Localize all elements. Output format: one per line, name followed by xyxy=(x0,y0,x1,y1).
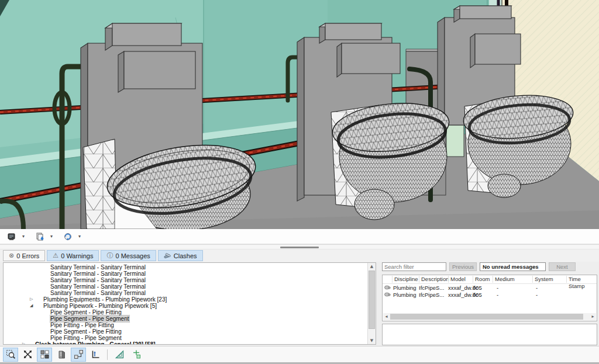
unread-message-status: No unread messages xyxy=(480,262,546,271)
tab-errors[interactable]: ⊗ 0 Errors xyxy=(3,250,45,261)
panel-splitter[interactable] xyxy=(0,244,599,249)
table-scrollbar[interactable]: ◂ ▸ xyxy=(383,313,596,320)
column-model[interactable]: Model xyxy=(448,276,474,283)
tree-row[interactable]: ▷Plumbing Equipments - Plumbing Pipework… xyxy=(4,296,354,303)
tree-row[interactable]: ◢Plumbing Pipework - Plumbing Pipework [… xyxy=(4,303,354,309)
column-room[interactable]: Room xyxy=(473,276,494,283)
cell-system: - xyxy=(536,285,538,291)
table-scrollbar-thumb[interactable] xyxy=(390,314,583,320)
sync-share-dropdown[interactable]: ▾ xyxy=(76,231,83,242)
tree-row[interactable]: Sanitary Terminal - Sanitary Terminal xyxy=(4,264,354,271)
clash-scene xyxy=(0,0,599,229)
tree-row-label: Sanitary Terminal - Sanitary Terminal xyxy=(50,283,146,290)
tree-row-label: Clash between Plumbing - General [29] [5… xyxy=(35,341,156,345)
table-header: Discipline Description Model Room Medium… xyxy=(383,275,597,284)
clash-detail-table: Discipline Description Model Room Medium… xyxy=(382,275,597,321)
measure-point-icon xyxy=(132,349,142,359)
tree-row[interactable]: Pipe Segment - Pipe Fitting xyxy=(4,309,354,316)
elevation-axis-icon xyxy=(91,349,101,359)
tree-row-label: Plumbing Equipments - Plumbing Pipework … xyxy=(43,296,167,303)
view-toolbar xyxy=(0,346,599,362)
scroll-right-icon[interactable]: ▸ xyxy=(590,313,596,320)
tree-row[interactable]: Pipe Segment - Pipe Fitting xyxy=(4,328,354,335)
warning-icon: ⚠ xyxy=(53,252,58,259)
tab-messages-label: 0 Messages xyxy=(115,252,150,259)
building-view-icon xyxy=(57,349,67,359)
cell-system: - xyxy=(536,292,538,298)
tree-scrollbar-thumb[interactable] xyxy=(369,271,375,329)
building-view-button[interactable] xyxy=(54,348,69,362)
set-square-button[interactable] xyxy=(112,348,127,362)
tree-expander-icon[interactable]: ▷ xyxy=(22,341,25,345)
cell-room: 005 xyxy=(473,292,482,298)
tab-warnings[interactable]: ⚠ 0 Warnings xyxy=(47,250,99,261)
tree-row[interactable]: Sanitary Terminal - Sanitary Terminal xyxy=(4,271,354,277)
column-medium[interactable]: Medium xyxy=(493,276,533,283)
next-button[interactable]: Next xyxy=(549,262,576,271)
set-square-icon xyxy=(115,349,125,359)
cell-discipline: Plumbing xyxy=(393,292,416,298)
next-button-label: Next xyxy=(556,264,568,270)
components-button[interactable] xyxy=(37,348,52,362)
unread-message-text: No unread messages xyxy=(483,264,539,270)
tree-row-label: Pipe Segment - Pipe Fitting xyxy=(50,328,122,335)
cell-description: IfcPipeS... xyxy=(419,292,444,298)
column-discipline[interactable]: Discipline xyxy=(392,276,420,283)
tree-row[interactable]: ▷Clash between Plumbing - General [29] [… xyxy=(4,341,354,345)
transform-arrows-button[interactable] xyxy=(20,348,35,362)
clashes-icon xyxy=(164,252,171,259)
scroll-up-icon[interactable]: ▲ xyxy=(368,263,376,270)
zoom-window-icon xyxy=(6,349,16,359)
toolbar-separator xyxy=(107,349,108,360)
sync-share-button[interactable] xyxy=(61,230,75,243)
export-document-dropdown[interactable]: ▾ xyxy=(48,231,55,242)
tree-row[interactable]: Sanitary Terminal - Sanitary Terminal xyxy=(4,277,354,283)
export-document-button[interactable] xyxy=(33,230,47,243)
tree-row[interactable]: Pipe Fitting - Pipe Fitting xyxy=(4,322,354,328)
elevation-axis-button[interactable] xyxy=(88,348,103,362)
scroll-left-icon[interactable]: ◂ xyxy=(383,313,390,320)
tree-row[interactable]: Sanitary Terminal - Sanitary Terminal xyxy=(4,283,354,290)
previous-button[interactable]: Previous xyxy=(449,262,477,271)
model-report-icon xyxy=(7,232,16,241)
tree-row-label: Sanitary Terminal - Sanitary Terminal xyxy=(50,271,146,277)
tree-row-label: Plumbing Pipework - Plumbing Pipework [5… xyxy=(43,303,157,309)
clash-tree-panel: Sanitary Terminal - Sanitary Terminal Sa… xyxy=(3,262,376,345)
message-tabbar: ⊗ 0 Errors ⚠ 0 Warnings ⓘ 0 Messages Cla… xyxy=(0,249,599,262)
column-description[interactable]: Description xyxy=(419,276,449,283)
scroll-down-icon[interactable]: ▼ xyxy=(368,337,376,344)
tree-row[interactable]: Sanitary Terminal - Sanitary Terminal xyxy=(4,290,354,296)
linked-components-icon xyxy=(74,349,84,359)
measure-point-button[interactable] xyxy=(129,348,144,362)
tree-row[interactable]: Pipe Fitting - Pipe Segment xyxy=(4,335,354,341)
cell-room: 005 xyxy=(473,285,482,291)
app-window: ▾ ▾ ▾ ⊗ 0 Errors ⚠ 0 War xyxy=(0,0,599,364)
column-timestamp[interactable]: Time Stamp xyxy=(566,276,598,283)
cell-medium: - xyxy=(497,285,498,291)
tree-row[interactable]: Pipe Segment - Pipe Segment xyxy=(4,316,354,322)
previous-button-label: Previous xyxy=(452,264,474,270)
tab-errors-label: 0 Errors xyxy=(16,252,39,259)
tree-row-label: Sanitary Terminal - Sanitary Terminal xyxy=(50,290,146,296)
tree-expander-icon[interactable]: ▷ xyxy=(30,296,33,303)
column-system[interactable]: System xyxy=(532,276,567,283)
tab-clashes[interactable]: Clashes xyxy=(158,250,203,261)
toilet-1 xyxy=(83,136,260,229)
model-report-button[interactable] xyxy=(5,230,19,243)
search-input[interactable] xyxy=(382,262,446,271)
model-report-dropdown[interactable]: ▾ xyxy=(20,231,27,242)
components-icon xyxy=(40,349,50,359)
tab-warnings-label: 0 Warnings xyxy=(61,252,93,259)
tree-scrollbar[interactable]: ▲ ▼ xyxy=(367,263,376,344)
viewpoint-icon xyxy=(384,292,391,297)
clash-notes-panel xyxy=(382,324,597,345)
viewport-3d[interactable] xyxy=(0,0,599,229)
tab-messages[interactable]: ⓘ 0 Messages xyxy=(101,250,156,261)
zoom-window-button[interactable] xyxy=(3,348,18,362)
splitter-grip-icon[interactable] xyxy=(280,247,319,248)
tree-row-label: Pipe Segment - Pipe Fitting xyxy=(50,309,122,316)
report-toolbar: ▾ ▾ ▾ xyxy=(0,229,599,244)
tree-row-label: Sanitary Terminal - Sanitary Terminal xyxy=(50,277,146,283)
tree-expander-icon[interactable]: ◢ xyxy=(30,303,33,309)
linked-components-button[interactable] xyxy=(71,348,86,362)
